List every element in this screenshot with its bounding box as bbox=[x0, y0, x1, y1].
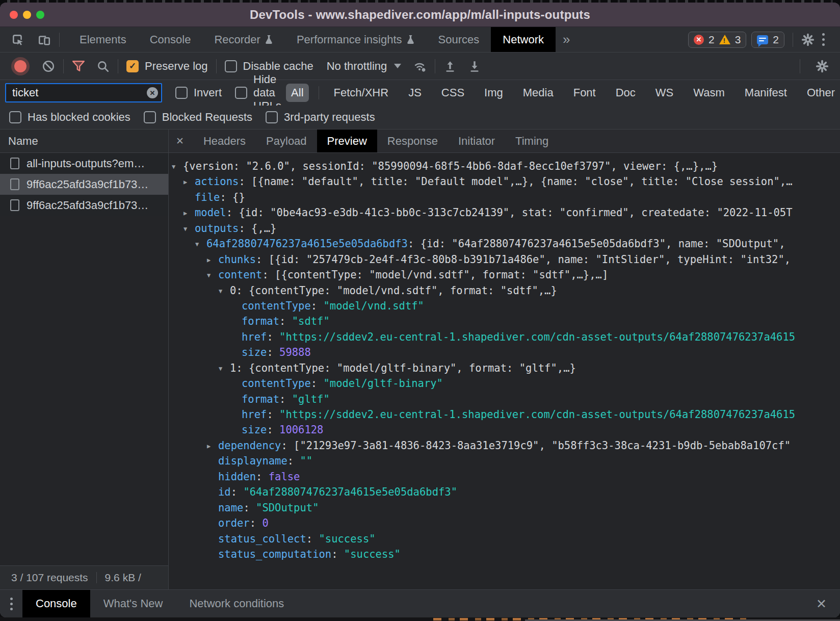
filter-chip-ws[interactable]: WS bbox=[650, 84, 678, 102]
json-tree-row[interactable]: ▼1: {contentType: "model/gltf-binary", f… bbox=[172, 360, 840, 376]
request-row[interactable]: 9ff6ac25afd3a9cf1b73… bbox=[0, 195, 168, 216]
expand-arrow-icon[interactable]: ▶ bbox=[207, 438, 218, 454]
messages-badge[interactable]: 2 bbox=[751, 32, 784, 48]
tab-elements[interactable]: Elements bbox=[68, 27, 138, 52]
collapse-arrow-icon[interactable]: ▼ bbox=[219, 361, 230, 376]
json-tree-row[interactable]: ▼{version: "2.6.0", sessionId: "85990094… bbox=[172, 159, 840, 174]
tab-label: Performance insights bbox=[297, 33, 402, 46]
request-row[interactable]: all-inputs-outputs?em… bbox=[0, 153, 168, 174]
issues-badge[interactable]: ✕ 2 ! 3 bbox=[688, 32, 746, 48]
clear-input-icon[interactable]: ✕ bbox=[147, 87, 158, 98]
filter-chip-fetch-xhr[interactable]: Fetch/XHR bbox=[329, 84, 394, 102]
json-tree-row[interactable]: ▼content: [{contentType: "model/vnd.sdtf… bbox=[172, 267, 840, 282]
tab-console[interactable]: Console bbox=[138, 27, 203, 52]
detail-tab-response[interactable]: Response bbox=[377, 130, 448, 152]
json-tree-row[interactable]: hidden: false bbox=[172, 469, 840, 484]
more-options-icon[interactable] bbox=[815, 33, 832, 46]
invert-checkbox[interactable]: Invert bbox=[175, 86, 222, 99]
detail-tab-payload[interactable]: Payload bbox=[256, 130, 317, 152]
network-settings-gear-icon[interactable] bbox=[816, 60, 829, 73]
preserve-log-checkbox[interactable]: Preserve log bbox=[126, 60, 208, 73]
expand-arrow-icon[interactable]: ▶ bbox=[183, 174, 195, 190]
third-party-requests-checkbox[interactable]: 3rd-party requests bbox=[266, 111, 375, 124]
drawer-tab-what-s-new[interactable]: What's New bbox=[90, 590, 176, 617]
json-tree-row[interactable]: file: {} bbox=[172, 190, 840, 205]
json-tree-row[interactable]: status_computation: "success" bbox=[172, 547, 840, 562]
request-row[interactable]: 9ff6ac25afd3a9cf1b73… bbox=[0, 174, 168, 195]
collapse-arrow-icon[interactable]: ▼ bbox=[219, 283, 230, 299]
filter-chip-all[interactable]: All bbox=[286, 84, 308, 102]
collapse-arrow-icon[interactable]: ▼ bbox=[172, 159, 183, 174]
more-tabs-icon[interactable]: » bbox=[556, 32, 577, 47]
detail-tab-initiator[interactable]: Initiator bbox=[448, 130, 505, 152]
beaker-icon bbox=[406, 35, 415, 44]
json-tree-row[interactable]: href: "https://sddev2.eu-central-1.shape… bbox=[172, 407, 840, 422]
json-tree-row[interactable]: ▼0: {contentType: "model/vnd.sdtf", form… bbox=[172, 283, 840, 298]
json-tree-row[interactable]: status_collect: "success" bbox=[172, 531, 840, 547]
tab-recorder[interactable]: Recorder bbox=[202, 27, 284, 52]
json-tree-row[interactable]: ▶actions: [{name: "default", title: "Def… bbox=[172, 174, 840, 189]
close-drawer-icon[interactable]: ✕ bbox=[803, 590, 840, 617]
detail-tab-preview[interactable]: Preview bbox=[317, 130, 377, 152]
filter-chip-img[interactable]: Img bbox=[479, 84, 508, 102]
filter-chip-js[interactable]: JS bbox=[403, 84, 427, 102]
json-tree-row[interactable]: ▶chunks: [{id: "257479cb-2e4f-4f3c-80b8-… bbox=[172, 252, 840, 267]
json-tree-row[interactable]: displayname: "" bbox=[172, 453, 840, 469]
filter-icon[interactable] bbox=[72, 60, 85, 73]
json-tree-row[interactable]: format: "sdtf" bbox=[172, 314, 840, 329]
inspect-element-icon[interactable] bbox=[11, 33, 24, 46]
filter-input[interactable] bbox=[5, 83, 162, 102]
search-icon[interactable] bbox=[96, 60, 110, 73]
collapse-arrow-icon[interactable]: ▼ bbox=[207, 268, 218, 283]
json-tree-row[interactable]: contentType: "model/vnd.sdtf" bbox=[172, 298, 840, 314]
json-tree-row[interactable]: format: "gltf" bbox=[172, 392, 840, 407]
filter-chip-manifest[interactable]: Manifest bbox=[740, 84, 792, 102]
json-key: actions bbox=[195, 175, 239, 188]
close-detail-icon[interactable]: ✕ bbox=[169, 130, 193, 152]
json-tree-row[interactable]: order: 0 bbox=[172, 515, 840, 531]
disable-cache-checkbox[interactable]: Disable cache bbox=[225, 60, 313, 73]
import-har-icon[interactable] bbox=[443, 60, 457, 73]
settings-gear-icon[interactable] bbox=[801, 33, 815, 46]
clear-network-log-icon[interactable] bbox=[42, 60, 55, 73]
filter-chip-doc[interactable]: Doc bbox=[611, 84, 641, 102]
filter-chip-font[interactable]: Font bbox=[568, 84, 601, 102]
filter-chip-other[interactable]: Other bbox=[802, 84, 840, 102]
json-tree-row[interactable]: contentType: "model/gltf-binary" bbox=[172, 376, 840, 391]
tab-performance-insights[interactable]: Performance insights bbox=[285, 27, 427, 52]
json-tree-row[interactable]: ▼64af28807476237a4615e5e05da6bdf3: {id: … bbox=[172, 236, 840, 251]
tab-sources[interactable]: Sources bbox=[427, 27, 491, 52]
json-tree-row[interactable]: href: "https://sddev2.eu-central-1.shape… bbox=[172, 329, 840, 345]
detail-tab-timing[interactable]: Timing bbox=[505, 130, 559, 152]
detail-tab-headers[interactable]: Headers bbox=[193, 130, 256, 152]
throttling-dropdown[interactable]: No throttling bbox=[327, 60, 402, 73]
json-tree-row[interactable]: ▼outputs: {,…} bbox=[172, 221, 840, 236]
toolbar-divider bbox=[63, 59, 64, 73]
collapse-arrow-icon[interactable]: ▼ bbox=[183, 221, 195, 237]
json-tree-row[interactable]: id: "64af28807476237a4615e5e05da6bdf3" bbox=[172, 484, 840, 500]
network-conditions-icon[interactable] bbox=[413, 60, 427, 73]
drawer-tab-console[interactable]: Console bbox=[22, 590, 90, 617]
record-network-log-icon[interactable] bbox=[14, 60, 27, 72]
blocked-requests-checkbox[interactable]: Blocked Requests bbox=[144, 111, 252, 124]
json-tree-row[interactable]: ▶dependency: ["21293e97-3a81-4836-8423-8… bbox=[172, 438, 840, 453]
name-column-header[interactable]: Name bbox=[0, 130, 168, 153]
filter-chip-css[interactable]: CSS bbox=[436, 84, 469, 102]
has-blocked-cookies-checkbox[interactable]: Has blocked cookies bbox=[9, 111, 130, 124]
expand-arrow-icon[interactable]: ▶ bbox=[207, 252, 218, 268]
device-toolbar-icon[interactable] bbox=[38, 33, 51, 46]
json-tree-row[interactable]: ▶model: {id: "0be4ac93-e3db-41c3-bb0c-31… bbox=[172, 205, 840, 220]
tab-network[interactable]: Network bbox=[491, 27, 556, 52]
json-tree-row[interactable]: size: 1006128 bbox=[172, 422, 840, 437]
drawer-more-options-icon[interactable] bbox=[0, 590, 22, 617]
filter-chip-media[interactable]: Media bbox=[518, 84, 559, 102]
filter-chip-wasm[interactable]: Wasm bbox=[688, 84, 730, 102]
export-har-icon[interactable] bbox=[468, 60, 481, 73]
drawer-tab-network-conditions[interactable]: Network conditions bbox=[176, 590, 297, 617]
collapse-arrow-icon[interactable]: ▼ bbox=[195, 237, 206, 252]
request-list-panel: Name all-inputs-outputs?em…9ff6ac25afd3a… bbox=[0, 130, 169, 589]
expand-arrow-icon[interactable]: ▶ bbox=[183, 205, 195, 221]
json-tree-row[interactable]: size: 59888 bbox=[172, 345, 840, 360]
json-tree-row[interactable]: name: "SDOutput" bbox=[172, 500, 840, 515]
json-summary-text: : bbox=[267, 331, 279, 343]
